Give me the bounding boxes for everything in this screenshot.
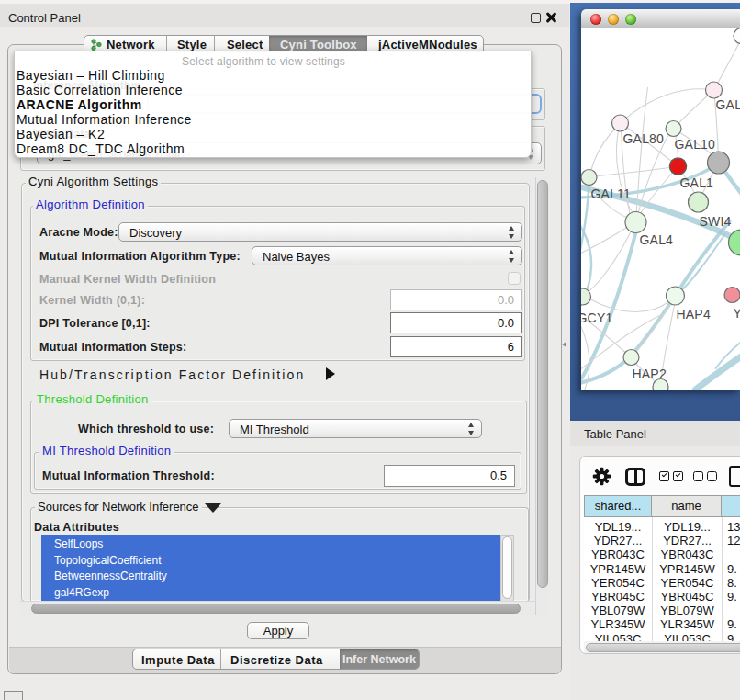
svg-text:YPL: YPL [734, 306, 740, 321]
svg-text:GAL1: GAL1 [680, 175, 714, 190]
svg-text:HAP4: HAP4 [677, 307, 711, 322]
svg-text:SWI4: SWI4 [700, 214, 732, 229]
svg-text:HAP2: HAP2 [633, 367, 667, 381]
svg-text:GAL80: GAL80 [623, 131, 665, 146]
svg-text:GAL10: GAL10 [675, 137, 716, 152]
svg-text:GAL4: GAL4 [640, 232, 674, 247]
svg-text:GAL2: GAL2 [716, 97, 740, 112]
svg-text:GAL11: GAL11 [591, 186, 632, 201]
svg-text:GCY1: GCY1 [581, 310, 612, 325]
